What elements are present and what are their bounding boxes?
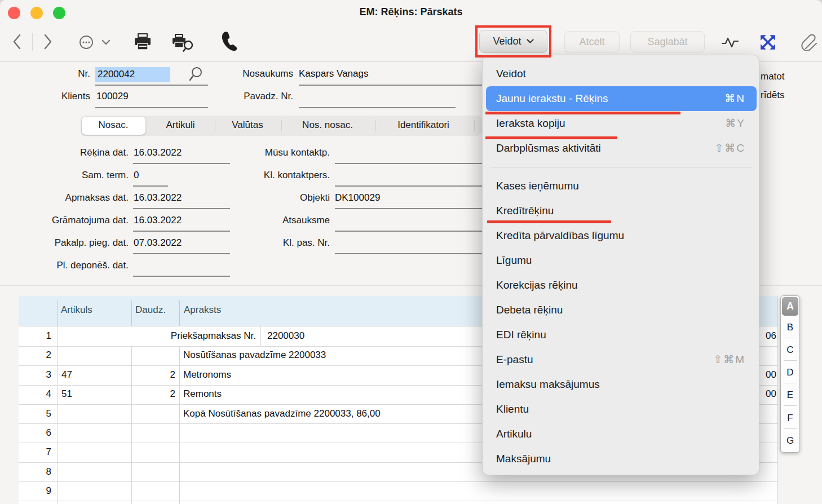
save-button[interactable]: Saglabāt <box>630 31 705 52</box>
apraksts-cell[interactable]: Remonts <box>183 388 222 400</box>
forward-icon[interactable] <box>41 33 54 51</box>
name-label: Nosaukums <box>192 68 293 79</box>
apraksts-cell[interactable]: Kopā Nosūtīšanas pavadzīme 2200033, 86,0… <box>183 408 381 419</box>
invoice-number-field[interactable]: 2200042 <box>98 69 135 80</box>
transaction-date-field[interactable]: 16.03.2022 <box>134 215 182 226</box>
our-contact-label: Mūsu kontaktp. <box>228 147 330 158</box>
shortcut: ⇧⌘C <box>714 136 745 161</box>
menu-item-kases-ienemumu[interactable]: Kases ieņēmumu <box>483 174 759 198</box>
client-field[interactable]: 100029 <box>96 91 129 102</box>
daudz-cell[interactable]: 2 <box>131 369 175 381</box>
menu-item-darbplusmas-aktivitati[interactable]: Darbplūsmas aktivitāti⇧⌘C <box>483 136 759 161</box>
operations-chevron-down-icon[interactable] <box>101 39 111 46</box>
toolbar-divider <box>32 33 33 51</box>
column-header-apraksts[interactable]: Apraksts <box>184 304 221 316</box>
clipped-label-rideets: rīdēts <box>761 90 785 101</box>
letter-tab-panel: A B C D E F G <box>780 295 800 453</box>
due-date-label: Apmaksas dat. <box>11 192 129 204</box>
due-date-field[interactable]: 16.03.2022 <box>134 192 182 204</box>
menu-separator <box>490 167 752 167</box>
reference-label: Atsauksme <box>228 215 330 226</box>
waybill-number-label: Pavadz. Nr. <box>192 91 293 102</box>
annotation-underline-jaunu-ierakstu <box>485 112 680 114</box>
apraksts-cell[interactable]: Metronoms <box>183 369 231 381</box>
save-button-label: Saglabāt <box>647 36 687 48</box>
menu-item-artikulu[interactable]: Artikulu <box>483 422 759 446</box>
tab-valutas[interactable]: Valūtas <box>232 120 263 131</box>
letter-tab-f[interactable]: F <box>781 413 799 424</box>
menu-item-veidot[interactable]: Veidot <box>483 61 759 86</box>
letter-tab-g[interactable]: G <box>781 435 799 446</box>
menu-item-ieraksta-kopiju[interactable]: Ieraksta kopiju⌘Y <box>483 111 759 136</box>
cancel-button-label: Atcelt <box>579 36 604 48</box>
prepayment-label-cell[interactable]: Priekšapmaksas Nr. <box>58 330 256 342</box>
back-icon[interactable] <box>11 33 24 51</box>
shortcut: ⌘Y <box>725 111 745 136</box>
column-header-daudz[interactable]: Daudz. <box>135 304 166 316</box>
attachment-icon[interactable] <box>801 32 817 51</box>
annotation-underline-ieraksta-kopiju <box>485 136 617 139</box>
client-order-number-label: Kl. pas. Nr. <box>228 237 330 249</box>
payment-term-label: Sam. term. <box>11 170 129 181</box>
client-contact-label: Kl. kontaktpers. <box>228 170 330 181</box>
tab-bar: Nosac. Artikuli Valūtas Nos. nosac. Iden… <box>81 116 482 136</box>
letter-tab-e[interactable]: E <box>781 390 799 401</box>
letter-tab-c[interactable]: C <box>781 344 799 356</box>
column-header-artikuls[interactable]: Artikuls <box>61 304 92 316</box>
tab-identifikatori[interactable]: Identifikatori <box>397 120 449 131</box>
window-title: EM: Rēķins: Pārskats <box>0 6 822 18</box>
payment-term-field[interactable]: 0 <box>134 170 139 181</box>
menu-item-jaunu-ierakstu-rekins[interactable]: Jaunu ierakstu - Rēķins⌘N <box>483 86 759 111</box>
menu-item-maksajumu[interactable]: Maksājumu <box>483 446 759 471</box>
daudz-cell[interactable]: 2 <box>131 388 175 400</box>
operations-menu-icon[interactable] <box>78 34 95 51</box>
client-label: Klients <box>23 91 90 102</box>
activity-icon[interactable] <box>721 35 740 50</box>
invoice-date-field[interactable]: 16.03.2022 <box>134 147 182 158</box>
tab-nos-nosac[interactable]: Nos. nosac. <box>302 120 353 131</box>
prepayment-number-cell[interactable]: 2200030 <box>267 330 304 342</box>
cancel-button[interactable]: Atcelt <box>564 31 620 52</box>
transaction-date-label: Grāmatojuma dat. <box>11 215 129 226</box>
objects-field[interactable]: DK100029 <box>335 192 380 204</box>
menu-item-edi-rekinu[interactable]: EDI rēķinu <box>483 322 759 347</box>
clipped-label-gramatot: matot <box>761 71 785 82</box>
service-delivery-date-field[interactable]: 07.03.2022 <box>134 237 182 249</box>
objects-label: Objekti <box>228 192 330 204</box>
menu-item-ligumu[interactable]: Līgumu <box>483 248 759 273</box>
app-window: EM: Rēķins: Pārskats <box>0 0 822 504</box>
artikuls-cell[interactable]: 51 <box>61 388 72 400</box>
print-icon[interactable] <box>133 32 152 52</box>
create-dropdown-menu: Veidot Jaunu ierakstu - Rēķins⌘N Ierakst… <box>482 55 759 475</box>
letter-tab-a[interactable]: A <box>782 297 798 316</box>
annotation-box-create-button <box>475 25 551 58</box>
annotation-underline-kreditrekinu <box>487 220 611 223</box>
waybill-number-underline <box>299 107 456 108</box>
tab-nosac[interactable]: Nosac. <box>99 120 129 131</box>
planned-deposit-date-label: Pl. deponēš. dat. <box>11 260 129 271</box>
client-underline <box>95 107 208 108</box>
menu-item-kreditrekinu[interactable]: Kredītrēķinu <box>483 198 759 223</box>
invoice-number-label: Nr. <box>23 68 90 79</box>
menu-item-klientu[interactable]: Klientu <box>483 397 759 422</box>
menu-item-kredita-parvaldibas-ligumu[interactable]: Kredīta pārvaldības līgumu <box>483 223 759 248</box>
print-preview-icon[interactable] <box>171 33 198 53</box>
letter-tab-d[interactable]: D <box>781 367 799 378</box>
expand-icon[interactable] <box>759 33 776 51</box>
shortcut: ⇧⌘M <box>713 347 745 372</box>
phone-icon[interactable] <box>220 31 238 52</box>
tab-artikuli[interactable]: Artikuli <box>166 120 195 131</box>
service-delivery-date-label: Pakalp. pieg. dat. <box>11 237 129 249</box>
menu-item-korekcijas-rekinu[interactable]: Korekcijas rēķinu <box>483 273 759 298</box>
menu-item-iemaksu-maksajumus[interactable]: Iemaksu maksājumus <box>483 372 759 397</box>
apraksts-cell[interactable]: Nosūtīšanas pavadzīme 2200033 <box>183 350 326 361</box>
name-field[interactable]: Kaspars Vanags <box>299 68 368 79</box>
shortcut: ⌘N <box>724 86 745 111</box>
artikuls-cell[interactable]: 47 <box>61 369 72 381</box>
invoice-date-label: Rēķina dat. <box>11 147 129 158</box>
letter-tab-b[interactable]: B <box>781 322 799 333</box>
invoice-number-underline <box>95 85 208 86</box>
menu-item-debeta-rekinu[interactable]: Debeta rēķinu <box>483 298 759 322</box>
menu-item-e-pastu[interactable]: E-pastu⇧⌘M <box>483 347 759 372</box>
